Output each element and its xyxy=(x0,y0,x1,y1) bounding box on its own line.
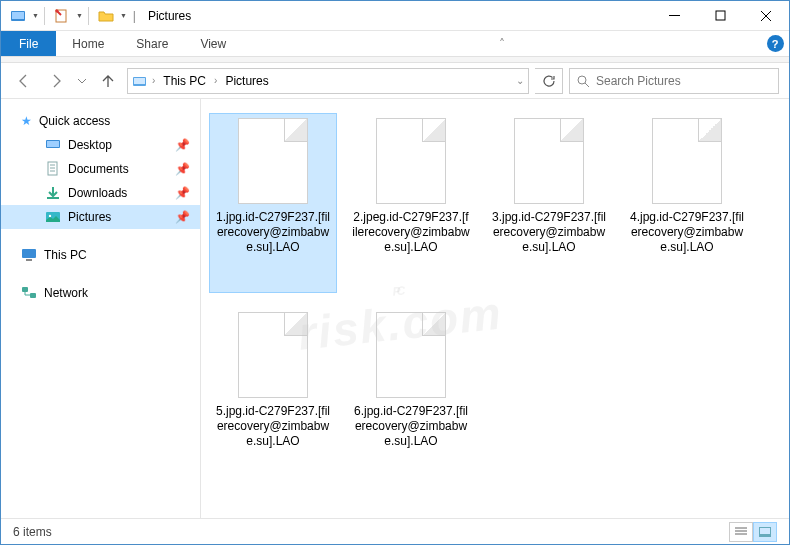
file-icon xyxy=(238,118,308,204)
star-icon: ★ xyxy=(21,114,32,128)
sidebar-thispc-label: This PC xyxy=(44,248,87,262)
file-item[interactable]: 1.jpg.id-C279F237.[filerecovery@zimbabwe… xyxy=(209,113,337,293)
breadcrumb-pictures[interactable]: Pictures xyxy=(221,72,272,90)
file-list[interactable]: 1.jpg.id-C279F237.[filerecovery@zimbabwe… xyxy=(201,99,789,518)
sidebar-this-pc[interactable]: This PC xyxy=(1,243,200,267)
svg-rect-9 xyxy=(47,141,59,147)
search-box[interactable] xyxy=(569,68,779,94)
up-button[interactable] xyxy=(95,68,121,94)
view-mode-buttons xyxy=(729,522,777,542)
forward-button[interactable] xyxy=(43,68,69,94)
ribbon-tabs: File Home Share View ˄ ? xyxy=(1,31,789,57)
sidebar-item-label: Documents xyxy=(68,162,129,176)
file-icon xyxy=(376,118,446,204)
pin-icon: 📌 xyxy=(175,162,190,176)
title-separator: | xyxy=(133,9,136,23)
monitor-icon xyxy=(21,247,37,263)
search-input[interactable] xyxy=(596,74,772,88)
svg-rect-18 xyxy=(760,528,770,534)
svg-rect-1 xyxy=(12,12,24,19)
app-icon[interactable] xyxy=(6,5,30,27)
explorer-window: PC risk.com ▼ ▼ ▼ | Pictures xyxy=(0,0,790,545)
details-view-button[interactable] xyxy=(729,522,753,542)
sidebar-network-label: Network xyxy=(44,286,88,300)
file-name: 4.jpg.id-C279F237.[filerecovery@zimbabwe… xyxy=(628,210,746,255)
chevron-right-icon[interactable]: › xyxy=(152,75,155,86)
svg-rect-6 xyxy=(134,78,145,84)
file-name: 1.jpg.id-C279F237.[filerecovery@zimbabwe… xyxy=(214,210,332,255)
tab-home[interactable]: Home xyxy=(56,31,120,56)
file-icon xyxy=(376,312,446,398)
tab-share[interactable]: Share xyxy=(120,31,184,56)
address-bar[interactable]: › This PC › Pictures ⌄ xyxy=(127,68,529,94)
qat-customize-icon[interactable]: ▼ xyxy=(120,12,127,19)
sidebar-item-documents[interactable]: Documents📌 xyxy=(1,157,200,181)
svg-point-12 xyxy=(49,215,51,217)
svg-rect-13 xyxy=(22,249,36,258)
pin-icon: 📌 xyxy=(175,210,190,224)
sidebar-item-label: Downloads xyxy=(68,186,127,200)
svg-rect-16 xyxy=(30,293,36,298)
tab-view[interactable]: View xyxy=(184,31,242,56)
sidebar-item-pictures[interactable]: Pictures📌 xyxy=(1,205,200,229)
body: ★ Quick access Desktop📌Documents📌Downloa… xyxy=(1,99,789,518)
svg-point-3 xyxy=(55,9,58,12)
status-text: 6 items xyxy=(13,525,52,539)
chevron-right-icon[interactable]: › xyxy=(214,75,217,86)
svg-rect-4 xyxy=(716,11,725,20)
file-name: 5.jpg.id-C279F237.[filerecovery@zimbabwe… xyxy=(214,404,332,449)
sidebar-item-desktop[interactable]: Desktop📌 xyxy=(1,133,200,157)
network-icon xyxy=(21,285,37,301)
thumbnails-view-button[interactable] xyxy=(753,522,777,542)
file-item[interactable]: 3.jpg.id-C279F237.[filerecovery@zimbabwe… xyxy=(485,113,613,293)
location-icon xyxy=(132,73,148,89)
breadcrumb-thispc[interactable]: This PC xyxy=(159,72,210,90)
sidebar-quick-access[interactable]: ★ Quick access xyxy=(1,109,200,133)
file-name: 3.jpg.id-C279F237.[filerecovery@zimbabwe… xyxy=(490,210,608,255)
file-name: 2.jpeg.id-C279F237.[filerecovery@zimbabw… xyxy=(352,210,470,255)
titlebar: ▼ ▼ ▼ | Pictures xyxy=(1,1,789,31)
status-bar: 6 items xyxy=(1,518,789,544)
search-icon xyxy=(576,74,590,88)
file-icon xyxy=(514,118,584,204)
window-controls xyxy=(651,1,789,30)
file-name: 6.jpg.id-C279F237.[filerecovery@zimbabwe… xyxy=(352,404,470,449)
svg-point-7 xyxy=(578,76,586,84)
address-dropdown-icon[interactable]: ⌄ xyxy=(516,75,524,86)
sidebar-item-label: Pictures xyxy=(68,210,111,224)
file-item[interactable]: 6.jpg.id-C279F237.[filerecovery@zimbabwe… xyxy=(347,307,475,487)
minimize-button[interactable] xyxy=(651,1,697,30)
sidebar-item-label: Desktop xyxy=(68,138,112,152)
svg-rect-15 xyxy=(22,287,28,292)
refresh-button[interactable] xyxy=(535,68,563,94)
file-item[interactable]: 4.jpg.id-C279F237.[filerecovery@zimbabwe… xyxy=(623,113,751,293)
svg-rect-14 xyxy=(26,259,32,261)
pin-icon: 📌 xyxy=(175,138,190,152)
sidebar-item-downloads[interactable]: Downloads📌 xyxy=(1,181,200,205)
properties-icon[interactable] xyxy=(50,5,74,27)
qat-dropdown-icon[interactable]: ▼ xyxy=(32,12,39,19)
maximize-button[interactable] xyxy=(697,1,743,30)
new-folder-icon[interactable] xyxy=(94,5,118,27)
recent-dropdown-icon[interactable] xyxy=(75,68,89,94)
ribbon-collapse-icon[interactable]: ˄ xyxy=(488,31,516,56)
file-icon xyxy=(652,118,722,204)
close-button[interactable] xyxy=(743,1,789,30)
navigation-pane: ★ Quick access Desktop📌Documents📌Downloa… xyxy=(1,99,201,518)
sidebar-network[interactable]: Network xyxy=(1,281,200,305)
navigation-toolbar: › This PC › Pictures ⌄ xyxy=(1,63,789,99)
back-button[interactable] xyxy=(11,68,37,94)
file-item[interactable]: 2.jpeg.id-C279F237.[filerecovery@zimbabw… xyxy=(347,113,475,293)
sidebar-quick-label: Quick access xyxy=(39,114,110,128)
tab-file[interactable]: File xyxy=(1,31,56,56)
window-title: Pictures xyxy=(148,9,191,23)
pin-icon: 📌 xyxy=(175,186,190,200)
file-icon xyxy=(238,312,308,398)
quick-access-toolbar: ▼ ▼ ▼ xyxy=(1,1,127,30)
file-item[interactable]: 5.jpg.id-C279F237.[filerecovery@zimbabwe… xyxy=(209,307,337,487)
help-button[interactable]: ? xyxy=(761,31,789,56)
qat-dropdown-icon[interactable]: ▼ xyxy=(76,12,83,19)
